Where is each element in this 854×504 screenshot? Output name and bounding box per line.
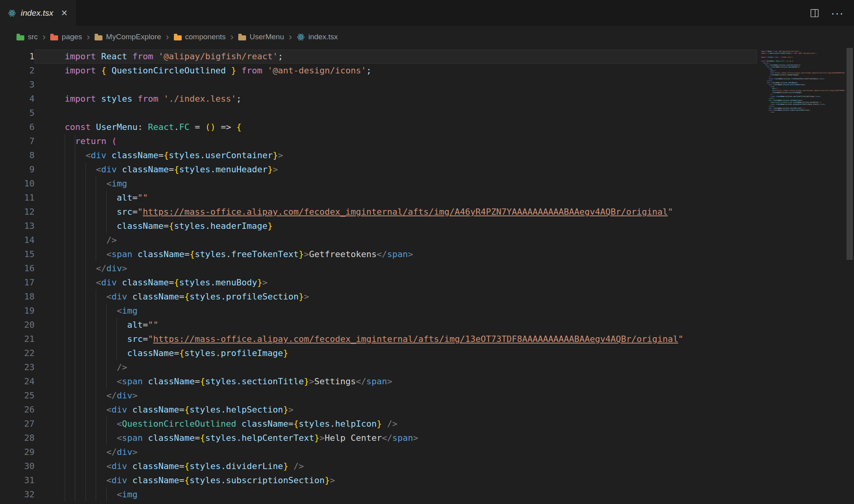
line-number[interactable]: 27 [0, 417, 35, 431]
line-number[interactable]: 7 [0, 134, 35, 148]
code-line-5[interactable]: 5 [0, 106, 757, 120]
line-number[interactable]: 9 [0, 163, 35, 177]
code-line-content[interactable]: className={styles.profileImage} [35, 346, 757, 360]
code-line-content[interactable]: const UserMenu: React.FC = () => { [35, 120, 757, 134]
code-line-content[interactable]: alt="" [35, 318, 757, 332]
code-line-content[interactable]: <img [35, 488, 757, 502]
line-number[interactable]: 30 [0, 459, 35, 473]
code-line-content[interactable] [35, 106, 757, 120]
line-number[interactable]: 20 [0, 318, 35, 332]
breadcrumb-item-mycompexplore[interactable]: MyCompExplore [95, 33, 161, 41]
code-line-25[interactable]: 25 </div> [0, 389, 757, 403]
code-line-13[interactable]: 13 className={styles.headerImage} [0, 219, 757, 233]
code-line-content[interactable]: <div className={styles.subscriptionSecti… [35, 473, 757, 488]
tab-index-tsx[interactable]: index.tsx × [0, 0, 76, 26]
line-number[interactable]: 23 [0, 360, 35, 374]
scrollbar-thumb[interactable] [847, 48, 853, 260]
line-number[interactable]: 26 [0, 403, 35, 417]
breadcrumb-item-usermenu[interactable]: UserMenu [238, 33, 284, 41]
code-line-content[interactable]: src="https://mass-office.alipay.com/feco… [35, 332, 757, 346]
code-line-17[interactable]: 17 <div className={styles.menuBody}> [0, 276, 757, 290]
code-line-content[interactable]: <div className={styles.profileSection}> [35, 290, 757, 304]
code-line-27[interactable]: 27 <QuestionCircleOutlined className={st… [0, 417, 757, 431]
code-line-content[interactable]: return ( [35, 134, 757, 148]
code-line-2[interactable]: 2import { QuestionCircleOutlined } from … [0, 64, 757, 78]
code-line-content[interactable]: <span className={styles.freeTokenText}>G… [35, 247, 757, 261]
code-line-content[interactable]: <span className={styles.sectionTitle}>Se… [35, 374, 757, 389]
close-tab-icon[interactable]: × [61, 8, 68, 18]
line-number[interactable]: 1 [0, 49, 35, 64]
code-line-content[interactable]: import React from '@alipay/bigfish/react… [35, 49, 757, 64]
code-line-26[interactable]: 26 <div className={styles.helpSection}> [0, 403, 757, 417]
line-number[interactable]: 14 [0, 233, 35, 247]
code-line-15[interactable]: 15 <span className={styles.freeTokenText… [0, 247, 757, 261]
line-number[interactable]: 2 [0, 64, 35, 78]
code-line-content[interactable]: <div className={styles.helpSection}> [35, 403, 757, 417]
code-line-12[interactable]: 12 src="https://mass-office.alipay.com/f… [0, 205, 757, 219]
code-line-28[interactable]: 28 <span className={styles.helpCenterTex… [0, 431, 757, 445]
line-number[interactable]: 6 [0, 120, 35, 134]
code-line-content[interactable]: <div className={styles.userContainer}> [35, 148, 757, 163]
code-line-20[interactable]: 20 alt="" [0, 318, 757, 332]
line-number[interactable]: 5 [0, 106, 35, 120]
line-number[interactable]: 28 [0, 431, 35, 445]
code-line-29[interactable]: 29 </div> [0, 445, 757, 459]
code-line-content[interactable]: /> [35, 233, 757, 247]
code-line-30[interactable]: 30 <div className={styles.dividerLine} /… [0, 459, 757, 473]
code-line-content[interactable]: import { QuestionCircleOutlined } from '… [35, 64, 757, 78]
code-line-content[interactable]: <span className={styles.helpCenterText}>… [35, 431, 757, 445]
vertical-scrollbar[interactable] [845, 48, 854, 504]
minimap[interactable]: import React from '@alipay/bigfish/react… [757, 48, 845, 504]
line-number[interactable]: 19 [0, 304, 35, 318]
code-area[interactable]: 1import React from '@alipay/bigfish/reac… [0, 48, 757, 504]
code-line-content[interactable]: </div> [35, 389, 757, 403]
line-number[interactable]: 22 [0, 346, 35, 360]
code-line-14[interactable]: 14 /> [0, 233, 757, 247]
code-line-content[interactable]: <QuestionCircleOutlined className={style… [35, 417, 757, 431]
breadcrumb-item-components[interactable]: components [174, 33, 226, 41]
code-line-32[interactable]: 32 <img [0, 488, 757, 502]
code-line-content[interactable]: <div className={styles.menuBody}> [35, 276, 757, 290]
line-number[interactable]: 32 [0, 488, 35, 502]
code-line-content[interactable] [35, 78, 757, 92]
code-line-content[interactable]: /> [35, 360, 757, 374]
code-line-content[interactable]: src="https://mass-office.alipay.com/feco… [35, 205, 757, 219]
breadcrumb-item-src[interactable]: src [16, 33, 38, 41]
code-line-content[interactable]: alt="" [35, 191, 757, 205]
line-number[interactable]: 15 [0, 247, 35, 261]
line-number[interactable]: 29 [0, 445, 35, 459]
breadcrumb-item-pages[interactable]: pages [50, 33, 82, 41]
code-line-3[interactable]: 3 [0, 78, 757, 92]
line-number[interactable]: 4 [0, 92, 35, 106]
code-line-23[interactable]: 23 /> [0, 360, 757, 374]
line-number[interactable]: 3 [0, 78, 35, 92]
line-number[interactable]: 11 [0, 191, 35, 205]
split-editor-icon[interactable] [810, 9, 819, 18]
code-line-1[interactable]: 1import React from '@alipay/bigfish/reac… [0, 49, 757, 64]
code-line-11[interactable]: 11 alt="" [0, 191, 757, 205]
line-number[interactable]: 21 [0, 332, 35, 346]
code-line-7[interactable]: 7 return ( [0, 134, 757, 148]
breadcrumb-item-index.tsx[interactable]: index.tsx [297, 33, 338, 41]
code-line-21[interactable]: 21 src="https://mass-office.alipay.com/f… [0, 332, 757, 346]
code-line-10[interactable]: 10 <img [0, 177, 757, 191]
code-line-24[interactable]: 24 <span className={styles.sectionTitle}… [0, 374, 757, 389]
code-line-content[interactable]: import styles from './index.less'; [35, 92, 757, 106]
code-line-content[interactable]: </div> [35, 445, 757, 459]
line-number[interactable]: 13 [0, 219, 35, 233]
code-line-9[interactable]: 9 <div className={styles.menuHeader}> [0, 163, 757, 177]
code-line-content[interactable]: <div className={styles.menuHeader}> [35, 163, 757, 177]
code-line-4[interactable]: 4import styles from './index.less'; [0, 92, 757, 106]
code-line-16[interactable]: 16 </div> [0, 261, 757, 276]
code-line-8[interactable]: 8 <div className={styles.userContainer}> [0, 148, 757, 163]
code-line-content[interactable]: </div> [35, 261, 757, 276]
line-number[interactable]: 12 [0, 205, 35, 219]
code-line-content[interactable]: className={styles.headerImage} [35, 219, 757, 233]
line-number[interactable]: 25 [0, 389, 35, 403]
line-number[interactable]: 18 [0, 290, 35, 304]
code-line-content[interactable]: <img [35, 177, 757, 191]
more-actions-icon[interactable]: ··· [831, 7, 844, 19]
line-number[interactable]: 31 [0, 473, 35, 488]
code-line-content[interactable]: <img [35, 304, 757, 318]
code-line-19[interactable]: 19 <img [0, 304, 757, 318]
